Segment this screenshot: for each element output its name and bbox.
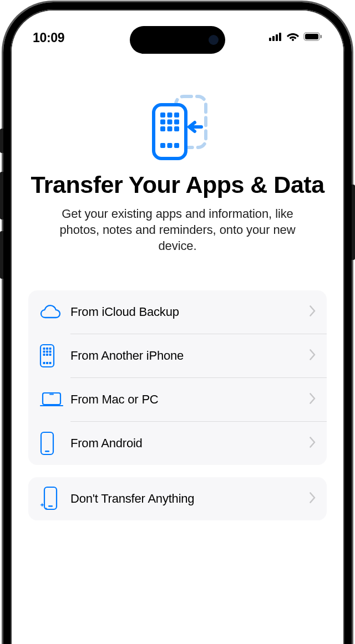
- option-from-another-iphone[interactable]: From Another iPhone: [28, 334, 327, 377]
- option-label: From Another iPhone: [70, 349, 310, 363]
- option-label: From Mac or PC: [70, 392, 310, 407]
- option-from-icloud-backup[interactable]: From iCloud Backup: [28, 290, 327, 334]
- status-time: 10:09: [33, 30, 64, 45]
- svg-rect-40: [48, 505, 53, 507]
- svg-rect-0: [269, 38, 271, 41]
- svg-rect-26: [43, 351, 45, 353]
- svg-rect-13: [160, 120, 165, 125]
- chevron-right-icon: [310, 305, 316, 319]
- svg-rect-6: [305, 34, 318, 39]
- page-subtitle: Get your existing apps and information, …: [28, 206, 327, 254]
- option-from-android[interactable]: From Android: [28, 422, 327, 465]
- svg-rect-17: [168, 126, 173, 131]
- svg-rect-25: [49, 347, 52, 350]
- svg-rect-38: [45, 451, 49, 452]
- chevron-right-icon: [310, 492, 316, 505]
- phone-outline-icon: [39, 431, 70, 456]
- cloud-icon: [39, 304, 70, 320]
- chevron-right-icon: [310, 349, 316, 362]
- svg-rect-36: [49, 394, 54, 395]
- main-content: Transfer Your Apps & Data Get your exist…: [12, 55, 343, 520]
- svg-rect-15: [174, 120, 179, 125]
- svg-point-4: [292, 39, 294, 41]
- iphone-apps-icon: [39, 344, 70, 368]
- svg-rect-34: [49, 362, 52, 364]
- svg-rect-19: [160, 143, 165, 148]
- svg-rect-12: [174, 113, 179, 117]
- hero-section: Transfer Your Apps & Data Get your exist…: [28, 55, 327, 254]
- svg-rect-2: [276, 34, 278, 41]
- svg-rect-10: [160, 113, 165, 117]
- svg-rect-32: [43, 362, 45, 364]
- phone-sparkle-icon: [39, 486, 70, 512]
- option-label: Don't Transfer Anything: [70, 492, 310, 506]
- svg-rect-3: [279, 33, 281, 41]
- svg-rect-11: [168, 113, 173, 117]
- cellular-icon: [269, 32, 282, 43]
- svg-rect-16: [160, 126, 165, 131]
- svg-rect-30: [46, 354, 48, 356]
- option-dont-transfer-anything[interactable]: Don't Transfer Anything: [28, 477, 327, 520]
- transfer-hero-icon: [28, 95, 327, 160]
- svg-rect-21: [174, 143, 179, 148]
- svg-rect-23: [43, 347, 45, 350]
- dynamic-island: [130, 26, 225, 54]
- secondary-options-group: Don't Transfer Anything: [28, 477, 327, 520]
- status-indicators: [269, 32, 322, 43]
- page-title: Transfer Your Apps & Data: [28, 171, 327, 198]
- screen: 10:09: [12, 11, 343, 644]
- svg-rect-7: [321, 35, 322, 38]
- svg-rect-28: [49, 351, 52, 353]
- laptop-icon: [39, 391, 70, 408]
- svg-rect-1: [272, 36, 275, 41]
- transfer-options-group: From iCloud Backup: [28, 290, 327, 465]
- wifi-icon: [287, 32, 299, 43]
- battery-icon: [303, 32, 322, 43]
- option-label: From Android: [70, 436, 310, 451]
- svg-rect-33: [46, 362, 48, 364]
- svg-rect-31: [49, 354, 52, 356]
- svg-rect-14: [168, 120, 173, 125]
- option-label: From iCloud Backup: [70, 305, 310, 319]
- option-from-mac-or-pc[interactable]: From Mac or PC: [28, 378, 327, 421]
- svg-rect-29: [43, 354, 45, 356]
- chevron-right-icon: [310, 393, 316, 406]
- svg-rect-20: [168, 143, 173, 148]
- svg-rect-24: [46, 347, 48, 350]
- chevron-right-icon: [310, 437, 316, 450]
- svg-rect-27: [46, 351, 48, 353]
- svg-rect-18: [174, 126, 179, 131]
